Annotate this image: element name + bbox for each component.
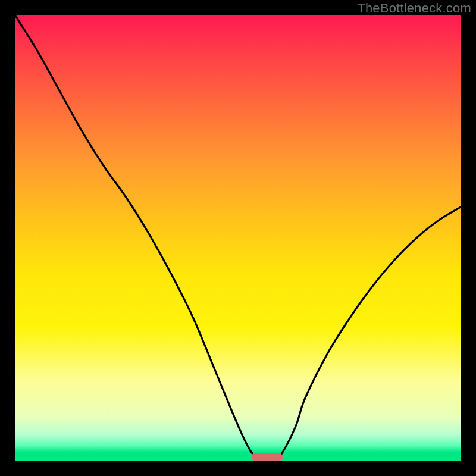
chart-plot-area	[15, 15, 461, 461]
watermark-text: TheBottleneck.com	[357, 1, 471, 16]
bottleneck-curve	[15, 15, 461, 461]
bottleneck-curve-svg	[15, 15, 461, 461]
optimal-range-marker	[252, 453, 283, 461]
